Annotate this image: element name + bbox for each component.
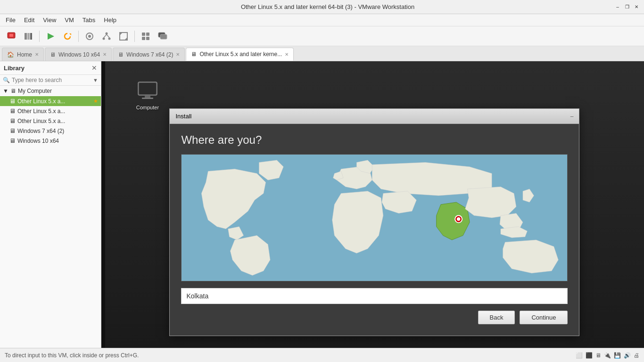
vm-left-edge [101,61,105,348]
svg-line-12 [104,34,107,38]
home-icon: 🏠 [7,51,14,58]
search-dropdown-icon[interactable]: ▼ [93,77,98,83]
sidebar-header: Library ✕ [0,61,101,75]
vm-icon-1: 🖥 [9,98,16,105]
tab-win7[interactable]: 🖥 Windows 7 x64 (2) ✕ [113,48,185,61]
sidebar-item-label-3: Other Linux 5.x a... [17,118,65,124]
network-button[interactable] [99,29,114,44]
win10-icon: 🖥 [50,51,56,58]
status-icon-2: ⬛ [586,352,593,359]
play-button[interactable] [43,29,58,44]
svg-rect-24 [139,83,156,94]
svg-rect-17 [142,33,145,36]
status-icon-7: 🖨 [634,352,639,359]
window-title: Other Linux 5.x and later kernel 64-bit … [41,3,614,10]
switch-tabs-button[interactable] [155,29,170,44]
tab-home-label: Home [17,51,32,58]
toolbar-separator-2 [78,31,79,42]
sidebar-item-label-5: Windows 10 x64 [17,138,59,144]
dialog-title-bar: Install – [170,109,579,124]
desktop-computer-icon[interactable]: Computer [129,80,166,110]
library-button[interactable] [21,29,36,44]
sidebar-item-label-1: Other Linux 5.x a... [17,98,65,105]
svg-point-8 [88,35,91,38]
svg-point-9 [106,32,108,34]
linux-icon: 🖥 [191,51,197,58]
tab-home-close[interactable]: ✕ [35,52,39,57]
toolbar-separator-1 [39,31,40,42]
star-icon-1: ★ [93,98,98,104]
menu-edit[interactable]: Edit [20,16,38,25]
svg-point-11 [108,37,111,40]
tab-bar: 🏠 Home ✕ 🖥 Windows 10 x64 ✕ 🖥 Windows 7 … [0,46,644,61]
sidebar-item-win7[interactable]: 🖥 Windows 7 x64 (2) [0,126,101,136]
location-input[interactable] [181,288,568,304]
status-icon-1: ⬜ [576,352,583,359]
menu-view[interactable]: View [39,16,60,25]
status-icon-3: 🖥 [595,352,601,359]
menu-help[interactable]: Help [100,16,120,25]
tree-arrow-icon: ▼ [3,88,8,94]
dialog-heading: Where are you? [181,133,568,147]
continue-button[interactable]: Continue [520,311,568,324]
sidebar-item-label-4: Windows 7 x64 (2) [17,128,64,134]
snapshot-button[interactable] [82,29,97,44]
vm-icon-4: 🖥 [9,127,16,134]
tree-group-my-computer[interactable]: ▼ 🖥 My Computer [0,86,101,96]
sidebar-item-linux3[interactable]: 🖥 Other Linux 5.x a... [0,116,101,126]
tab-linux[interactable]: 🖥 Other Linux 5.x and later kerne... ✕ [186,48,294,61]
dialog-title: Install [175,113,191,120]
menu-file[interactable]: File [2,16,19,25]
location-input-row [181,288,568,304]
desktop-icon-label: Computer [136,105,159,110]
svg-rect-1 [9,34,13,37]
svg-marker-5 [48,33,54,40]
minimize-button[interactable]: – [614,3,621,11]
back-button[interactable]: Back [478,311,515,324]
status-icon-6: 🔊 [624,352,631,359]
dialog-content: Where are you? [170,124,579,336]
tab-home[interactable]: 🏠 Home ✕ [2,48,44,61]
tab-linux-label: Other Linux 5.x and later kerne... [199,51,282,58]
tab-win7-label: Windows 7 x64 (2) [126,51,173,58]
world-map-svg [182,155,567,281]
svg-rect-26 [142,98,153,99]
vm-desktop[interactable]: Computer Install – Where are you? [105,61,644,348]
tab-win10-label: Windows 10 x64 [58,51,100,58]
menu-bar: File Edit View VM Tabs Help [0,14,644,26]
svg-line-13 [107,34,109,38]
dialog-minimize-button[interactable]: – [570,113,574,120]
sidebar-title: Library [4,65,25,72]
power-button[interactable] [4,29,19,44]
search-icon: 🔍 [3,77,10,83]
menu-tabs[interactable]: Tabs [79,16,99,25]
tab-win10[interactable]: 🖥 Windows 10 x64 ✕ [45,48,112,61]
svg-rect-19 [142,37,145,40]
tab-linux-close[interactable]: ✕ [285,52,289,57]
computer-icon: 🖥 [10,88,16,94]
computer-icon-img [136,80,159,103]
close-button[interactable]: ✕ [633,3,640,11]
tab-win7-close[interactable]: ✕ [176,52,180,57]
fullscreen-button[interactable] [116,29,131,44]
vm-area[interactable]: Computer Install – Where are you? [101,61,644,348]
svg-rect-25 [145,95,150,98]
sidebar-close-button[interactable]: ✕ [91,64,97,72]
tab-win10-close[interactable]: ✕ [103,52,107,57]
world-map[interactable] [181,154,568,281]
sidebar-item-linux1[interactable]: 🖥 Other Linux 5.x a... ★ [0,96,101,106]
sidebar-item-linux2[interactable]: 🖥 Other Linux 5.x a... [0,106,101,116]
sidebar-tree: ▼ 🖥 My Computer 🖥 Other Linux 5.x a... ★… [0,86,101,348]
toolbar [0,26,644,46]
refresh-button[interactable] [60,29,75,44]
sidebar-item-win10[interactable]: 🖥 Windows 10 x64 [0,136,101,146]
svg-rect-4 [30,33,32,40]
toolbar-separator-3 [134,31,135,42]
status-bar-right: ⬜ ⬛ 🖥 🔌 💾 🔊 🖨 [576,352,639,359]
search-input[interactable] [12,77,91,83]
maximize-button[interactable]: ❐ [623,3,631,11]
unity-button[interactable] [138,29,153,44]
menu-vm[interactable]: VM [61,16,78,25]
sidebar-item-label-2: Other Linux 5.x a... [17,108,65,115]
svg-point-10 [103,37,105,40]
